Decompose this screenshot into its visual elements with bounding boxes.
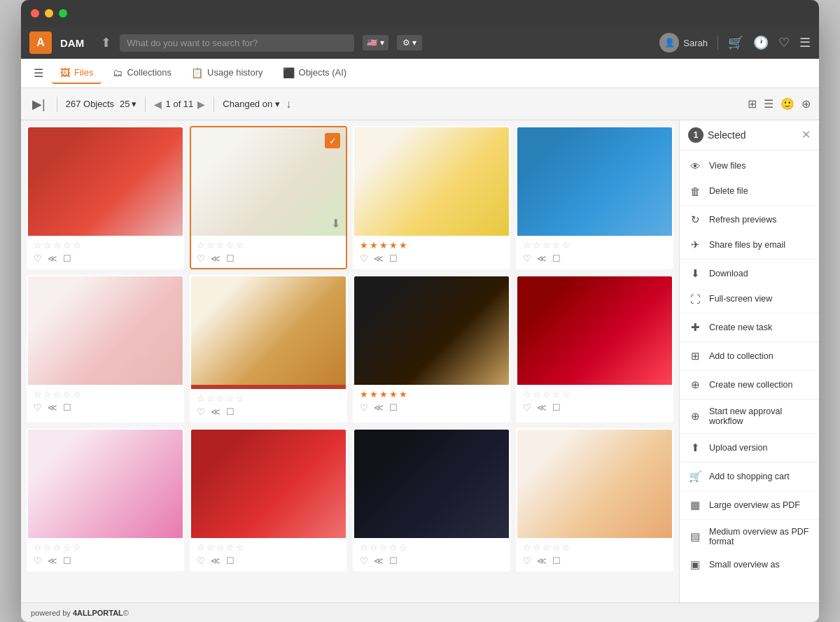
star-icon[interactable]: ☆ — [206, 240, 215, 250]
star-icon[interactable]: ☆ — [542, 542, 551, 553]
star-icon[interactable]: ☆ — [34, 542, 42, 553]
star-icon[interactable]: ☆ — [216, 240, 225, 250]
star-icon[interactable]: ☆ — [399, 542, 407, 553]
sidebar-action-pdf-large[interactable]: ▦Large overview as PDF — [680, 493, 819, 518]
star-icon[interactable]: ☆ — [63, 542, 71, 553]
star-icon[interactable]: ☆ — [533, 542, 541, 553]
star-icon[interactable]: ☆ — [370, 542, 378, 553]
star-rating[interactable]: ☆☆☆☆☆ — [523, 389, 666, 400]
collection-button[interactable]: ☐ — [552, 253, 561, 264]
grid-item[interactable]: ☆☆☆☆☆♡≪☐ — [516, 428, 673, 572]
star-rating[interactable]: ☆☆☆☆☆ — [523, 542, 666, 553]
star-icon[interactable]: ☆ — [379, 542, 388, 553]
star-icon[interactable]: ☆ — [73, 542, 81, 553]
grid-item[interactable]: ☆☆☆☆☆♡≪☐ — [27, 126, 184, 269]
collection-button[interactable]: ☐ — [389, 556, 398, 566]
star-icon[interactable]: ☆ — [216, 542, 225, 553]
star-icon[interactable]: ★ — [360, 240, 368, 250]
grid-item[interactable]: ☆☆☆☆☆♡≪☐ — [27, 275, 184, 423]
collection-button[interactable]: ☐ — [552, 556, 561, 566]
star-icon[interactable]: ☆ — [206, 542, 215, 553]
tab-objects-ai[interactable]: ⬛ Objects (AI) — [274, 63, 356, 84]
collection-button[interactable]: ☐ — [389, 253, 398, 264]
grid-item[interactable]: ☆☆☆☆☆♡≪☐ — [353, 428, 510, 572]
pagination-next[interactable]: ▶ — [197, 99, 205, 110]
grid-item[interactable]: ✓⬇☆☆☆☆☆♡≪☐ — [190, 126, 347, 269]
sidebar-action-refresh-previews[interactable]: ↻Refresh previews — [680, 207, 819, 232]
star-icon[interactable]: ★ — [379, 240, 388, 250]
minimize-button[interactable] — [45, 9, 53, 17]
favorite-button[interactable]: ♡ — [34, 402, 42, 413]
star-icon[interactable]: ☆ — [226, 542, 234, 553]
star-icon[interactable]: ☆ — [542, 240, 551, 250]
sidebar-action-download[interactable]: ⬇Download — [680, 261, 819, 286]
star-icon[interactable]: ☆ — [53, 240, 62, 250]
star-icon[interactable]: ☆ — [552, 389, 561, 400]
star-rating[interactable]: ☆☆☆☆☆ — [197, 542, 340, 553]
star-icon[interactable]: ☆ — [63, 389, 71, 400]
star-rating[interactable]: ☆☆☆☆☆ — [197, 240, 340, 250]
favorite-button[interactable]: ♡ — [523, 253, 531, 264]
sidebar-action-pdf-medium[interactable]: ▤Medium overview as PDF format — [680, 521, 819, 552]
share-button[interactable]: ≪ — [211, 253, 220, 264]
sort-selector[interactable]: Changed on ▾ — [223, 99, 280, 109]
star-icon[interactable]: ☆ — [389, 542, 398, 553]
sidebar-action-approval-workflow[interactable]: ⊕Start new approval workflow — [680, 401, 819, 432]
star-icon[interactable]: ☆ — [53, 542, 62, 553]
sidebar-toggle-icon[interactable]: ☰ — [28, 64, 49, 83]
heart-icon[interactable]: ♡ — [778, 35, 790, 50]
sidebar-action-delete-file[interactable]: 🗑Delete file — [680, 178, 819, 204]
star-icon[interactable]: ★ — [370, 389, 378, 400]
sidebar-action-create-collection[interactable]: ⊕Create new collection — [680, 372, 819, 397]
star-icon[interactable]: ★ — [360, 389, 368, 400]
collection-button[interactable]: ☐ — [226, 407, 234, 417]
star-icon[interactable]: ☆ — [523, 389, 531, 400]
star-icon[interactable]: ☆ — [236, 542, 244, 553]
star-rating[interactable]: ☆☆☆☆☆ — [34, 240, 177, 250]
share-button[interactable]: ≪ — [48, 556, 57, 566]
share-button[interactable]: ≪ — [374, 253, 384, 264]
star-icon[interactable]: ☆ — [533, 240, 541, 250]
grid-item[interactable]: ☆☆☆☆☆♡≪☐ — [516, 275, 673, 423]
grid-item[interactable]: ★★★★★♡≪☐ — [353, 275, 510, 423]
grid-view-button[interactable]: ⊞ — [748, 97, 757, 111]
share-button[interactable]: ≪ — [48, 253, 57, 264]
share-button[interactable]: ≪ — [537, 556, 547, 566]
star-icon[interactable]: ☆ — [73, 389, 81, 400]
star-icon[interactable]: ★ — [389, 240, 398, 250]
favorite-button[interactable]: ♡ — [523, 402, 531, 413]
star-icon[interactable]: ☆ — [63, 240, 71, 250]
sort-direction-icon[interactable]: ↓ — [286, 98, 291, 111]
favorite-button[interactable]: ♡ — [197, 407, 205, 417]
star-rating[interactable]: ★★★★★ — [360, 389, 503, 400]
star-icon[interactable]: ☆ — [73, 240, 81, 250]
collection-button[interactable]: ☐ — [552, 402, 561, 413]
download-icon[interactable]: ⬇ — [331, 217, 340, 230]
star-icon[interactable]: ★ — [389, 389, 398, 400]
star-icon[interactable]: ☆ — [43, 389, 52, 400]
tab-usage-history[interactable]: 📋 Usage history — [183, 63, 271, 84]
close-button[interactable] — [31, 9, 39, 17]
sidebar-action-upload-version[interactable]: ⬆Upload version — [680, 435, 819, 460]
star-rating[interactable]: ☆☆☆☆☆ — [360, 542, 503, 553]
collection-button[interactable]: ☐ — [63, 253, 71, 264]
star-icon[interactable]: ☆ — [197, 393, 205, 404]
collection-button[interactable]: ☐ — [389, 402, 398, 413]
clock-icon[interactable]: 🕐 — [753, 35, 769, 50]
favorite-button[interactable]: ♡ — [360, 402, 368, 413]
favorite-button[interactable]: ♡ — [34, 253, 42, 264]
star-icon[interactable]: ★ — [370, 240, 378, 250]
per-page-selector[interactable]: 25 ▾ — [120, 99, 136, 109]
favorite-button[interactable]: ♡ — [197, 253, 205, 264]
favorite-button[interactable]: ♡ — [360, 253, 368, 264]
sidebar-action-fullscreen-view[interactable]: ⛶Full-screen view — [680, 286, 819, 311]
favorite-button[interactable]: ♡ — [34, 556, 42, 566]
star-icon[interactable]: ★ — [399, 240, 407, 250]
star-icon[interactable]: ☆ — [552, 240, 561, 250]
sidebar-action-view-files[interactable]: 👁View files — [680, 153, 819, 178]
star-icon[interactable]: ☆ — [360, 542, 368, 553]
star-icon[interactable]: ☆ — [552, 542, 561, 553]
sidebar-toggle-button[interactable]: ▶| — [29, 94, 48, 115]
language-selector[interactable]: 🇺🇸 ▾ — [363, 35, 388, 50]
menu-icon[interactable]: ☰ — [799, 35, 811, 50]
